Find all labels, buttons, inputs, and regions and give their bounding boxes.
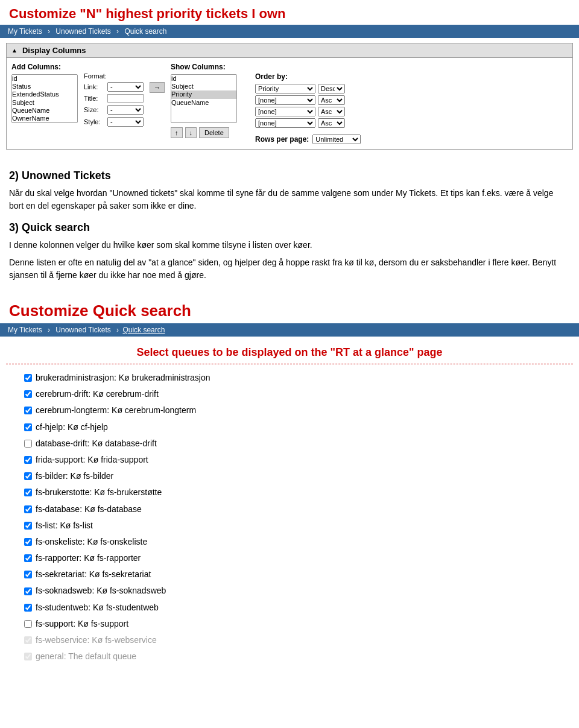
order-dir-3[interactable]: Asc xyxy=(318,118,345,128)
format-title-row: Title: xyxy=(84,94,144,103)
link-label: Link: xyxy=(84,83,105,90)
order-field-0[interactable]: Priority xyxy=(255,84,315,93)
queue-checkbox-10[interactable] xyxy=(24,538,32,546)
rows-per-page-select[interactable]: Unlimited 10 25 50 xyxy=(312,135,361,144)
queue-label-11: fs-rapporter: Kø fs-rapporter xyxy=(36,551,141,566)
queue-list: brukeradministrasjon: Kø brukeradministr… xyxy=(0,370,579,664)
queue-label-14: fs-studentweb: Kø fs-studentweb xyxy=(36,600,159,615)
section3-text2: Denne listen er ofte en natulig del av "… xyxy=(9,256,570,282)
queue-label-2: cerebrum-longterm: Kø cerebrum-longterm xyxy=(36,403,196,418)
second-nav-quicksearch[interactable]: Quick search xyxy=(122,326,165,334)
section2-heading: 2) Unowned Tickets xyxy=(9,169,570,182)
move-down-button[interactable]: ↓ xyxy=(185,127,197,138)
queue-label-12: fs-sekretariat: Kø fs-sekretariat xyxy=(36,567,151,582)
second-nav-mytickets[interactable]: My Tickets xyxy=(8,326,42,334)
format-link-row: Link: - xyxy=(84,82,144,92)
show-columns-label: Show Columns: xyxy=(171,63,226,71)
queue-checkbox-0[interactable] xyxy=(24,374,32,382)
collapse-icon[interactable]: ▲ xyxy=(11,47,17,54)
queue-checkbox-11[interactable] xyxy=(24,554,32,562)
list-item: fs-list: Kø fs-list xyxy=(24,518,579,533)
link-select[interactable]: - xyxy=(107,82,144,92)
queue-label-16: fs-webservice: Kø fs-webservice xyxy=(36,633,157,648)
queue-checkbox-8[interactable] xyxy=(24,505,32,513)
queue-checkbox-2[interactable] xyxy=(24,407,32,414)
order-dir-0[interactable]: Desc xyxy=(318,84,345,93)
format-size-row: Size: - xyxy=(84,105,144,115)
format-style-row: Style: - xyxy=(84,117,144,127)
add-columns-label: Add Columns: xyxy=(11,63,78,71)
right-section: Order by: Priority Desc [none] Asc [none… xyxy=(255,63,361,144)
queue-label-5: frida-support: Kø frida-support xyxy=(36,452,148,467)
list-item: cerebrum-longterm: Kø cerebrum-longterm xyxy=(24,403,579,418)
transfer-btn-container: → xyxy=(150,63,165,94)
queue-checkbox-6[interactable] xyxy=(24,472,32,480)
order-field-1[interactable]: [none] xyxy=(255,95,315,105)
move-up-button[interactable]: ↑ xyxy=(171,127,183,138)
show-columns-select[interactable]: id Subject Priority QueueName xyxy=(171,74,237,123)
order-by-label: Order by: xyxy=(255,72,361,81)
display-columns-label: Display Columns xyxy=(22,46,86,55)
order-dir-2[interactable]: Asc xyxy=(318,107,345,116)
queue-checkbox-7[interactable] xyxy=(24,489,32,496)
add-columns-select[interactable]: id Status ExtendedStatus Subject QueueNa… xyxy=(11,74,78,123)
section2-text: Når du skal velge hvordan "Unowned ticke… xyxy=(9,187,570,212)
queue-checkbox-4[interactable] xyxy=(24,440,32,448)
page-title: Customize "N" highest priority tickets I… xyxy=(0,0,579,25)
rows-per-page: Rows per page: Unlimited 10 25 50 xyxy=(255,135,361,144)
queue-label-13: fs-soknadsweb: Kø fs-soknadsweb xyxy=(36,583,166,598)
order-section: Priority Desc [none] Asc [none] Asc [non… xyxy=(255,84,361,128)
queue-checkbox-1[interactable] xyxy=(24,390,32,398)
queue-checkbox-12[interactable] xyxy=(24,571,32,578)
second-nav-unowned[interactable]: Unowned Tickets xyxy=(55,326,110,334)
size-label: Size: xyxy=(84,106,105,113)
rows-per-page-label: Rows per page: xyxy=(255,135,309,144)
select-queues-heading: Select queues to be displayed on the "RT… xyxy=(6,341,573,364)
nav-bar: My Tickets › Unowned Tickets › Quick sea… xyxy=(0,25,579,38)
queue-checkbox-13[interactable] xyxy=(24,587,32,595)
order-dir-1[interactable]: Asc xyxy=(318,95,345,105)
second-nav-bar: My Tickets › Unowned Tickets › Quick sea… xyxy=(0,323,579,337)
queue-checkbox-3[interactable] xyxy=(24,423,32,431)
content-area: 2) Unowned Tickets Når du skal velge hvo… xyxy=(0,154,579,293)
list-item: general: The default queue xyxy=(24,649,579,664)
transfer-button[interactable]: → xyxy=(150,82,165,93)
list-item: database-drift: Kø database-drift xyxy=(24,436,579,451)
queue-checkbox-16[interactable] xyxy=(24,636,32,644)
nav-item-unowned[interactable]: Unowned Tickets xyxy=(55,27,110,36)
queue-checkbox-14[interactable] xyxy=(24,604,32,612)
title-label: Title: xyxy=(84,95,105,102)
size-select[interactable]: - xyxy=(107,105,144,115)
order-field-2[interactable]: [none] xyxy=(255,107,315,116)
list-item: fs-onskeliste: Kø fs-onskeliste xyxy=(24,534,579,549)
format-label: Format: xyxy=(84,72,144,80)
move-buttons: ↑ ↓ Delete xyxy=(171,127,229,138)
queue-checkbox-5[interactable] xyxy=(24,456,32,464)
list-item: fs-webservice: Kø fs-webservice xyxy=(24,633,579,648)
list-item: fs-studentweb: Kø fs-studentweb xyxy=(24,600,579,615)
nav-item-quicksearch[interactable]: Quick search xyxy=(124,27,166,36)
queue-checkbox-9[interactable] xyxy=(24,522,32,530)
order-row-2: [none] Asc xyxy=(255,107,361,116)
list-item: fs-soknadsweb: Kø fs-soknadsweb xyxy=(24,583,579,598)
queue-label-7: fs-brukerstotte: Kø fs-brukerstøtte xyxy=(36,485,162,500)
queue-checkbox-17[interactable] xyxy=(24,653,32,660)
nav-item-mytickets[interactable]: My Tickets xyxy=(8,27,42,36)
list-item: cf-hjelp: Kø cf-hjelp xyxy=(24,420,579,435)
add-columns-section: Add Columns: id Status ExtendedStatus Su… xyxy=(11,63,78,123)
format-section: Format: Link: - Title: Size: - Style: - xyxy=(84,63,144,127)
queue-label-9: fs-list: Kø fs-list xyxy=(36,518,93,533)
delete-button[interactable]: Delete xyxy=(199,127,229,138)
queue-label-4: database-drift: Kø database-drift xyxy=(36,436,157,451)
queue-label-0: brukeradministrasjon: Kø brukeradministr… xyxy=(36,370,210,385)
title-input[interactable] xyxy=(107,94,144,103)
queue-label-6: fs-bilder: Kø fs-bilder xyxy=(36,469,113,484)
list-item: brukeradministrasjon: Kø brukeradministr… xyxy=(24,370,579,385)
style-select[interactable]: - xyxy=(107,117,144,127)
list-item: fs-database: Kø fs-database xyxy=(24,502,579,517)
list-item: cerebrum-drift: Kø cerebrum-drift xyxy=(24,387,579,402)
order-row-0: Priority Desc xyxy=(255,84,361,93)
queue-checkbox-15[interactable] xyxy=(24,620,32,628)
list-item: fs-brukerstotte: Kø fs-brukerstøtte xyxy=(24,485,579,500)
order-field-3[interactable]: [none] xyxy=(255,118,315,128)
